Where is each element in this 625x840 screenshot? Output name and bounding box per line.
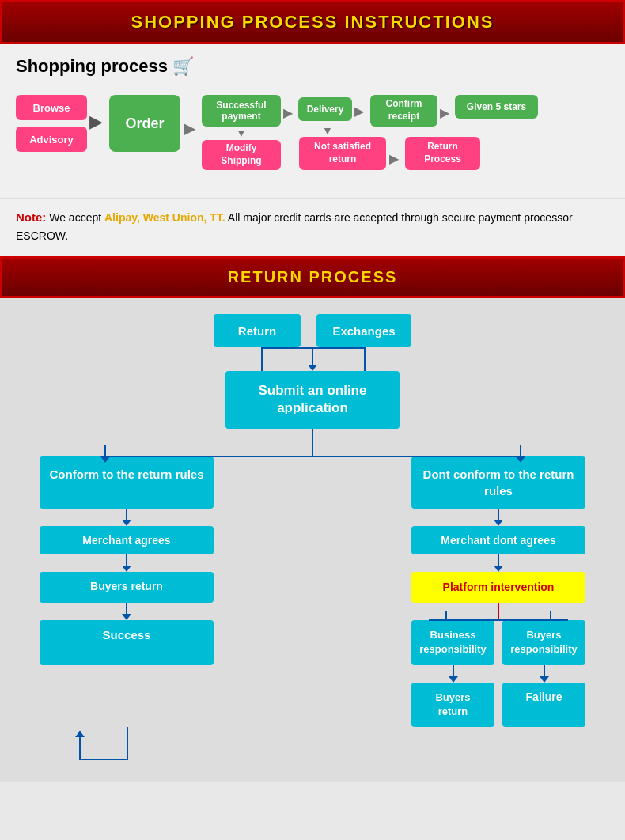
failure-box: Failure [502, 683, 585, 727]
shopping-section: Shopping process 🛒 Browse Advisory ▶ Ord… [0, 44, 625, 198]
browse-box: Browse [16, 95, 87, 120]
modify-shipping-box: Modify Shipping [202, 140, 281, 170]
final-row: Buyers return Failure [16, 683, 609, 727]
not-satisfied-return-box: Not satisfied return [299, 137, 386, 170]
exchanges-box: Exchanges [316, 314, 411, 347]
submit-box: Submit an online application [225, 371, 400, 428]
submit-row: Submit an online application [16, 371, 609, 428]
note-label: Note: [16, 210, 46, 224]
connector1 [16, 347, 609, 371]
top-banner: SHOPPING PROCESS INSTRUCTIONS [0, 0, 625, 44]
bottom-arrows [16, 665, 609, 683]
buyers-return-box: Buyers return [40, 572, 214, 604]
buyers-resp-box: Buyers responsibility [502, 620, 585, 664]
buyers-return2-box: Buyers return [411, 683, 494, 727]
arrow4: ▶ [354, 104, 364, 119]
arrow3: ▶ [283, 105, 293, 120]
arrow-down2: ▼ [322, 124, 333, 137]
return-banner-title: RETURN PROCESS [228, 268, 398, 286]
shopping-flow-diagram: Browse Advisory ▶ Order ▶ Successful pay… [16, 91, 617, 182]
return-box: Return [214, 314, 301, 347]
note-text: Note: We accept Alipay, West Union, TT. … [16, 208, 609, 244]
note-section: Note: We accept Alipay, West Union, TT. … [0, 198, 625, 256]
conform-box: Conform to the return rules [40, 456, 214, 509]
arrow2: ▶ [184, 119, 195, 138]
return-banner: RETURN PROCESS [0, 256, 625, 298]
note-text1: We accept [49, 211, 104, 224]
success-loop [16, 727, 609, 766]
confirm-receipt-box: Confirm receipt [370, 95, 438, 127]
arrow1: ▶ [89, 112, 103, 132]
successful-payment-box: Successful payment [202, 95, 281, 127]
merchant-agrees-box: Merchant agrees [40, 526, 214, 554]
success-box: Success [40, 620, 214, 664]
shopping-title: Shopping process 🛒 [16, 56, 609, 77]
buyers-platform-row: Buyers return Platform intervention [16, 572, 609, 604]
bag-icon: 🛒 [172, 56, 194, 77]
arrow5: ▶ [440, 105, 449, 120]
dont-conform-box: Dont conform to the return rules [411, 456, 585, 509]
merchant-row: Merchant agrees Merchant dont agrees [16, 526, 609, 554]
shopping-title-text: Shopping process [16, 56, 168, 77]
branch-arrows [16, 509, 609, 526]
split-connector [16, 429, 609, 456]
platform-intervention-box: Platform intervention [411, 572, 585, 604]
merchant-arrows [16, 554, 609, 572]
delivery-box: Delivery [298, 97, 352, 121]
arrow-down1: ▼ [236, 127, 247, 139]
branch-row: Conform to the return rules Dont conform… [16, 456, 609, 509]
note-highlight: Alipay, West Union, TT. [104, 211, 225, 224]
business-resp-box: Business responsibility [411, 620, 494, 664]
success-resp-row: Success Business responsibility Buyers r… [16, 620, 609, 664]
arrow6: ▶ [389, 151, 399, 166]
buyers-platform-arrows [16, 603, 609, 620]
given-5-stars-box: Given 5 stars [455, 95, 538, 119]
merchant-dont-box: Merchant dont agrees [411, 526, 585, 554]
order-box: Order [109, 95, 180, 152]
top-banner-title: SHOPPING PROCESS INSTRUCTIONS [131, 12, 494, 32]
return-section: Return Exchanges Submit an online applic… [0, 298, 625, 782]
advisory-box: Advisory [16, 127, 87, 152]
return-process-box: Return Process [405, 137, 480, 170]
return-exchanges-row: Return Exchanges [16, 314, 609, 347]
